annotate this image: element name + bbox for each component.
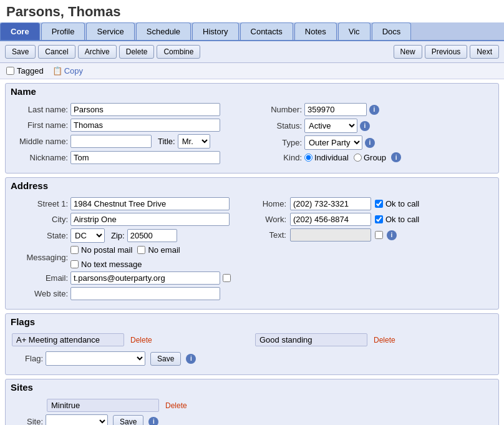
flag-text-1: Good standing [255, 333, 367, 346]
kind-info-icon[interactable]: i [391, 152, 401, 162]
kind-individual-radio[interactable] [304, 154, 313, 162]
save-button[interactable]: Save [5, 45, 36, 59]
city-label: City: [12, 215, 68, 224]
home-phone-label: Home: [258, 199, 286, 208]
new-button[interactable]: New [394, 45, 422, 59]
first-name-input[interactable] [70, 119, 220, 132]
flag-delete-0[interactable]: Delete [130, 336, 152, 344]
kind-radio-group: Individual Group i [304, 152, 401, 162]
work-ok-to-call-label[interactable]: Ok to call [375, 215, 419, 224]
no-text-message-checkbox[interactable] [70, 260, 79, 268]
sites-section: Sites Minitrue Delete Site: Save i [5, 379, 499, 425]
tab-vic[interactable]: Vic [338, 22, 371, 40]
toolbar: Save Cancel Archive Delete Combine New P… [0, 41, 504, 63]
site-delete-0[interactable]: Delete [165, 401, 187, 410]
no-email-label[interactable]: No email [137, 245, 180, 255]
kind-individual-label[interactable]: Individual [304, 153, 349, 162]
website-label: Web site: [12, 289, 68, 298]
archive-button[interactable]: Archive [78, 45, 117, 59]
messaging-label: Messaging: [12, 253, 68, 262]
status-select[interactable]: Active Inactive Deceased [304, 119, 357, 133]
sites-section-title: Sites [6, 379, 498, 395]
home-ok-to-call-checkbox[interactable] [375, 200, 383, 208]
text-info-icon[interactable]: i [387, 230, 397, 240]
kind-group-label[interactable]: Group [354, 153, 386, 162]
type-select[interactable]: Outer Party Inner Party Prole [304, 135, 362, 150]
street1-input[interactable] [70, 197, 230, 210]
work-phone-row: Work: Ok to call [258, 213, 492, 226]
tab-service[interactable]: Service [86, 22, 134, 40]
city-row: City: [12, 213, 246, 226]
home-phone-input[interactable] [290, 197, 371, 210]
flag-delete-1[interactable]: Delete [374, 336, 395, 344]
tagged-text: Tagged [17, 66, 44, 76]
site-save-button[interactable]: Save [113, 415, 143, 426]
name-section-title: Name [6, 84, 498, 99]
next-button[interactable]: Next [470, 45, 499, 59]
email-ok-checkbox[interactable] [223, 274, 231, 282]
messaging-row: Messaging: No postal mail No email [12, 245, 246, 269]
type-info-icon[interactable]: i [365, 138, 375, 148]
nickname-input[interactable] [70, 151, 220, 164]
number-input[interactable] [304, 103, 367, 116]
site-select[interactable] [46, 414, 108, 425]
email-label: Email: [12, 273, 68, 283]
number-label: Number: [258, 105, 302, 114]
type-row: Type: Outer Party Inner Party Prole i [258, 135, 492, 150]
home-ok-to-call-label[interactable]: Ok to call [375, 199, 419, 208]
flag-info-icon[interactable]: i [186, 354, 196, 364]
street1-row: Street 1: [12, 197, 246, 210]
status-info-icon[interactable]: i [360, 121, 370, 131]
last-name-input[interactable] [70, 103, 220, 116]
no-postal-mail-text: No postal mail [81, 245, 132, 255]
name-left-col: Last name: First name: Middle name: Titl… [12, 103, 246, 167]
tab-docs[interactable]: Docs [372, 22, 412, 40]
title-select[interactable]: Mr. Mrs. Ms. Dr. Rev. [178, 134, 210, 149]
no-text-message-label[interactable]: No text message [70, 260, 142, 269]
copy-link[interactable]: 📋 Copy [52, 66, 83, 76]
kind-individual-text: Individual [314, 153, 349, 162]
tab-notes[interactable]: Notes [294, 22, 337, 40]
state-zip-row: State: DC VA MD CA NY Zip: [12, 228, 246, 243]
text-phone-input[interactable] [290, 228, 371, 242]
tab-history[interactable]: History [192, 22, 238, 40]
number-info-icon[interactable]: i [369, 105, 379, 115]
flags-form-body: A+ Meeting attendance Delete Good standi… [6, 330, 498, 374]
tab-core[interactable]: Core [0, 22, 40, 40]
address-section-title: Address [6, 178, 498, 193]
zip-input[interactable] [127, 229, 177, 242]
state-select[interactable]: DC VA MD CA NY [70, 228, 105, 243]
no-postal-mail-checkbox[interactable] [70, 246, 79, 254]
tab-schedule[interactable]: Schedule [136, 22, 191, 40]
sites-form-body: Minitrue Delete Site: Save i [6, 395, 498, 425]
no-postal-mail-label[interactable]: No postal mail [70, 245, 132, 255]
flag-select[interactable] [46, 351, 145, 366]
delete-button[interactable]: Delete [119, 45, 155, 59]
work-ok-to-call-checkbox[interactable] [375, 215, 383, 223]
site-label: Site: [12, 417, 43, 425]
tagged-label[interactable]: Tagged [6, 66, 44, 76]
tab-contacts[interactable]: Contacts [240, 22, 293, 40]
flag-save-button[interactable]: Save [150, 352, 181, 366]
sections-area: Name Last name: First name: Middle name: [0, 83, 504, 425]
tab-profile[interactable]: Profile [41, 22, 85, 40]
no-email-checkbox[interactable] [137, 246, 145, 254]
cancel-button[interactable]: Cancel [38, 45, 75, 59]
combine-button[interactable]: Combine [157, 45, 200, 59]
flag-item-0: A+ Meeting attendance Delete [12, 333, 249, 346]
name-form-body: Last name: First name: Middle name: Titl… [6, 99, 498, 173]
website-input[interactable] [70, 287, 220, 300]
site-info-icon[interactable]: i [148, 417, 158, 426]
email-input[interactable] [70, 271, 220, 285]
middle-name-input[interactable] [70, 135, 152, 148]
text-phone-row: Text: i [258, 228, 492, 242]
previous-button[interactable]: Previous [425, 45, 468, 59]
name-two-col: Last name: First name: Middle name: Titl… [12, 103, 492, 167]
city-input[interactable] [70, 213, 230, 226]
work-phone-input[interactable] [290, 213, 371, 226]
tagged-checkbox[interactable] [6, 67, 14, 75]
text-ok-checkbox[interactable] [375, 231, 383, 239]
home-phone-row: Home: Ok to call [258, 197, 492, 210]
flag-text-0: A+ Meeting attendance [12, 333, 124, 346]
kind-group-radio[interactable] [354, 154, 362, 162]
